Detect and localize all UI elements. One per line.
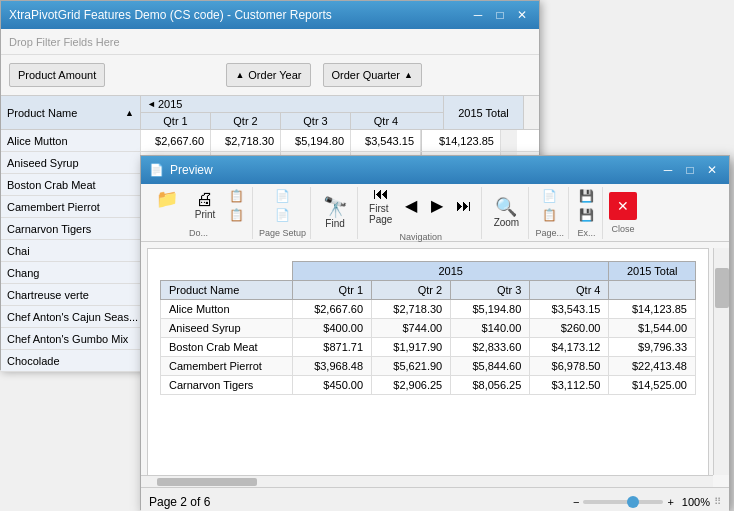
preview-row-q3-camembert: $5,844.60 xyxy=(451,357,530,376)
export-btn-1[interactable]: 💾 xyxy=(575,187,598,205)
zoom-button[interactable]: 🔍 Zoom xyxy=(488,195,524,231)
scrollbar-top xyxy=(523,96,539,129)
scroll-alice xyxy=(501,130,517,151)
preview-scrollbar-horizontal[interactable] xyxy=(141,475,713,487)
row-name-chef-cajun: Chef Anton's Cajun Seas... xyxy=(1,306,141,327)
row-name-chocolade: Chocolade xyxy=(1,350,141,371)
preview-qtr4-header: Qtr 4 xyxy=(530,281,609,300)
first-page-button[interactable]: ⏮ FirstPage xyxy=(364,183,397,228)
zoom-percent: 100% xyxy=(682,496,710,508)
last-page-icon: ⏭ xyxy=(456,197,472,215)
page-setup-btn-2[interactable]: 📄 xyxy=(271,206,294,224)
copy-icon-2: 📋 xyxy=(229,208,244,222)
preview-row-q2-camembert: $5,621.90 xyxy=(372,357,451,376)
product-name-header[interactable]: Product Name ▲ xyxy=(1,96,141,129)
copy-btn-2[interactable]: 📋 xyxy=(225,206,248,224)
first-page-label: FirstPage xyxy=(369,203,392,225)
row-q2-alice: $2,718.30 xyxy=(211,130,281,151)
preview-row-q4-carnarvon: $3,112.50 xyxy=(530,376,609,395)
zoom-minus-icon[interactable]: − xyxy=(573,496,579,508)
row-name-chai: Chai xyxy=(1,240,141,261)
preview-content-area: 2015 2015 Total Product Name Qtr 1 Qtr 2… xyxy=(141,248,729,487)
preview-table: 2015 2015 Total Product Name Qtr 1 Qtr 2… xyxy=(160,261,696,395)
print-button[interactable]: 🖨 Print xyxy=(187,187,223,224)
qtr2-header: Qtr 2 xyxy=(211,113,281,129)
last-page-button[interactable]: ⏭ xyxy=(451,194,477,218)
copy-icon-1: 📋 xyxy=(229,189,244,203)
preview-qtr1-header: Qtr 1 xyxy=(292,281,371,300)
preview-icon: 📄 xyxy=(149,163,164,177)
close-button[interactable]: ✕ xyxy=(513,6,531,24)
year-total-header: 2015 Total xyxy=(443,96,523,129)
product-name-sort-icon: ▲ xyxy=(125,108,134,118)
preview-close-toolbar-button[interactable]: ✕ xyxy=(609,192,637,220)
preview-page: 2015 2015 Total Product Name Qtr 1 Qtr 2… xyxy=(147,248,709,487)
zoom-slider-thumb[interactable] xyxy=(627,496,639,508)
close-group: ✕ Close xyxy=(605,187,641,239)
list-item: Aniseed Syrup $400.00 $744.00 $140.00 $2… xyxy=(161,319,696,338)
qtr1-header: Qtr 1 xyxy=(141,113,211,129)
maximize-button[interactable]: □ xyxy=(491,6,509,24)
list-item: Boston Crab Meat $871.71 $1,917.90 $2,83… xyxy=(161,338,696,357)
preview-row-name-alice: Alice Mutton xyxy=(161,300,293,319)
next-page-button[interactable]: ▶ xyxy=(425,193,449,218)
print-label: Print xyxy=(195,209,216,220)
preview-maximize-button[interactable]: □ xyxy=(681,161,699,179)
preview-scrollbar-vertical[interactable] xyxy=(713,248,729,475)
preview-window: 📄 Preview ─ □ ✕ 📁 🖨 Print 📋 xyxy=(140,155,730,510)
preview-year-header: 2015 2015 Total xyxy=(161,262,696,281)
document-group: 📁 🖨 Print 📋 📋 Do... xyxy=(145,187,253,239)
zoom-slider-track[interactable] xyxy=(583,500,663,504)
document-btn-row: 📁 🖨 Print 📋 📋 xyxy=(149,187,248,224)
export-btn-2[interactable]: 💾 xyxy=(575,206,598,224)
row-name-carnarvon: Carnarvon Tigers xyxy=(1,218,141,239)
preview-status-bar: Page 2 of 6 − + 100% ⠿ xyxy=(141,487,729,511)
zoom-plus-icon[interactable]: + xyxy=(667,496,673,508)
preview-close-button[interactable]: ✕ xyxy=(703,161,721,179)
pages-btn-1[interactable]: 📄 xyxy=(538,187,561,205)
preview-row-q2-carnarvon: $2,906.25 xyxy=(372,376,451,395)
copy-btn-1[interactable]: 📋 xyxy=(225,187,248,205)
preview-row-q4-aniseed: $260.00 xyxy=(530,319,609,338)
document-button[interactable]: 📁 xyxy=(149,187,185,224)
main-window-title: XtraPivotGrid Features Demo (CS code) - … xyxy=(9,8,332,22)
folder-icon: 📁 xyxy=(156,190,178,208)
find-button[interactable]: 🔭 Find xyxy=(317,194,353,232)
page-setup-icon-1: 📄 xyxy=(275,189,290,203)
row-name-chang: Chang xyxy=(1,262,141,283)
year-expand-icon[interactable]: ◄ 2015 xyxy=(141,96,188,112)
preview-window-controls: ─ □ ✕ xyxy=(659,161,721,179)
preview-title: Preview xyxy=(170,163,213,177)
preview-qtr2-header: Qtr 2 xyxy=(372,281,451,300)
preview-row-q4-boston: $4,173.12 xyxy=(530,338,609,357)
order-year-field[interactable]: ▲ Order Year xyxy=(226,63,310,87)
prev-page-button[interactable]: ◀ xyxy=(399,193,423,218)
order-quarter-field[interactable]: Order Quarter ▲ xyxy=(323,63,422,87)
preview-row-total-carnarvon: $14,525.00 xyxy=(609,376,696,395)
print-icon: 🖨 xyxy=(196,190,214,208)
export-buttons: 💾 💾 xyxy=(575,187,598,224)
filter-area: Drop Filter Fields Here xyxy=(1,29,539,55)
row-name-boston: Boston Crab Meat xyxy=(1,174,141,195)
page-setup-btn-1[interactable]: 📄 xyxy=(271,187,294,205)
scrollbar-thumb-vertical[interactable] xyxy=(715,268,729,308)
export-label: Ex... xyxy=(577,228,595,238)
product-amount-field[interactable]: Product Amount xyxy=(9,63,105,87)
minimize-button[interactable]: ─ xyxy=(469,6,487,24)
scrollbar-thumb-horizontal[interactable] xyxy=(157,478,257,486)
pages-icon-2: 📋 xyxy=(542,208,557,222)
preview-table-body: Alice Mutton $2,667.60 $2,718.30 $5,194.… xyxy=(161,300,696,395)
preview-title-bar: 📄 Preview ─ □ ✕ xyxy=(141,156,729,184)
zoom-icon: 🔍 xyxy=(495,198,517,216)
preview-minimize-button[interactable]: ─ xyxy=(659,161,677,179)
document-label: Do... xyxy=(189,228,208,238)
column-fields: ▲ Order Year Order Quarter ▲ xyxy=(113,59,535,91)
preview-row-q2-alice: $2,718.30 xyxy=(372,300,451,319)
zoom-area: − + 100% ⠿ xyxy=(573,496,721,508)
row-name-aniseed: Aniseed Syrup xyxy=(1,152,141,173)
page-setup-group: 📄 📄 Page Setup xyxy=(255,187,311,239)
preview-total-header xyxy=(609,281,696,300)
preview-row-q1-aniseed: $400.00 xyxy=(292,319,371,338)
row-total-alice: $14,123.85 xyxy=(421,130,501,151)
pages-btn-2[interactable]: 📋 xyxy=(538,206,561,224)
